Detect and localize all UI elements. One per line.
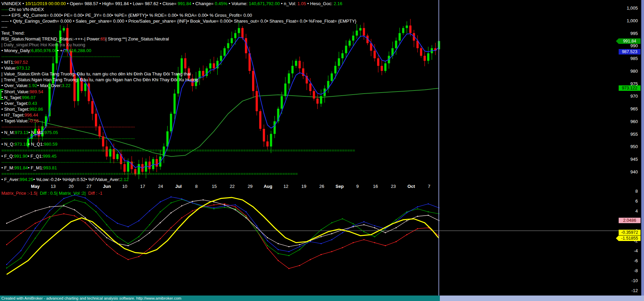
date-axis-label: Sep (332, 184, 347, 189)
tag-arrow-icon (616, 236, 619, 241)
overlay-line: ----- • Qtrly_Earings_Growth= 0.000 • Sa… (1, 19, 356, 24)
left-edge-marker (0, 89, 4, 100)
overlay-line: ----------------------------------------… (1, 124, 135, 129)
vertical-scrollbar[interactable] (641, 0, 644, 296)
overlay-line: | Value_Status:Đinh Gia Tang Truong. Đâu… (1, 71, 191, 76)
overlay-line: -----Chi so VN-INDEX (1, 7, 44, 12)
overlay-line: • N_Taget:996.07 (1, 95, 36, 100)
price-axis-label: 990 (617, 43, 638, 48)
date-axis-label: Aug (260, 184, 275, 189)
date-axis-label: 17 (135, 184, 150, 189)
indicator-axis-label: -10 (617, 278, 638, 283)
overlay-line: ---- (1, 24, 7, 29)
overlay-line: • H7_Taget:996.44 (1, 112, 38, 118)
price-axis-label: 1,005 (617, 5, 638, 11)
price-axis-label: 970 (617, 94, 638, 99)
overlay-line: • Short_Value:989.54 (1, 89, 43, 94)
overlay-line: Test_Trend: (1, 31, 25, 36)
overlay-line: • N_Q:973.18• N_Q1:980.59 (1, 142, 58, 147)
overlay-line: • Taget-Value:-0.55 (1, 118, 39, 123)
price-axis-label: 980 (617, 69, 638, 74)
date-axis-label: 7 (422, 184, 437, 189)
amibroker-chart-window: VNINDEX • 10/11/2019 00:00:00 • Open= 98… (0, 0, 644, 301)
overlay-line: ----------------------------------------… (1, 159, 135, 165)
price-axis-label: 1,000 (617, 18, 638, 23)
date-axis-label: 22 (225, 184, 240, 189)
date-axis-label: 12 (278, 184, 294, 189)
overlay-line: • Short_Taget:992.86 (1, 107, 43, 112)
overlay-line: • F_Q:991.90• F_Q1:999.45 (1, 154, 57, 159)
overlay-line: • F_Aver:994.25• %Low:-0.24• %High:0.52•… (1, 177, 129, 182)
date-axis-label: 9 (350, 184, 365, 189)
overlay-line: ========================================… (1, 171, 298, 176)
axis-tag: 2.0486 (619, 218, 641, 223)
date-axis-label: 10 (117, 184, 132, 189)
date-axis-label: 26 (314, 184, 329, 189)
axis-tag: 987.523 (619, 49, 641, 55)
date-axis-label: 15 (207, 184, 222, 189)
overlay-line: -----• EPS_4Q_Current= 0.000• PE= 0.00• … (1, 13, 252, 18)
date-axis-label: May (28, 184, 43, 189)
axis-tag: 973.122 (619, 85, 641, 91)
crosshair-cursor-line (438, 0, 439, 296)
overlay-line: ----------------------------------------… (1, 54, 120, 59)
date-axis-label: Jul (171, 184, 186, 189)
axis-arrow-tag: -1.51855 (619, 236, 641, 241)
indicator-axis-label: -12 (617, 288, 638, 293)
date-axis-label: 23 (386, 184, 401, 189)
overlay-line: VNINDEX • 10/11/2019 00:00:00 • Open= 98… (1, 1, 342, 6)
indicator-axis-label: 8 (617, 189, 638, 194)
price-axis-label: 940 (617, 169, 638, 174)
overlay-line: • Over_Taget:0.43 (1, 101, 37, 106)
overlay-line: • Money_Daily:6,850,976.00• +-:6,616,288… (1, 48, 91, 53)
price-axis-label: 945 (617, 157, 638, 162)
status-bar-text: Created with AmiBroker - advanced charti… (1, 296, 181, 300)
price-axis-label: 955 (617, 132, 638, 137)
date-axis-label: 20 (64, 184, 79, 189)
date-axis-label: 16 (368, 184, 383, 189)
price-axis-label: 985 (617, 56, 638, 61)
price-axis-label: 960 (617, 119, 638, 124)
overlay-line: Matrix_Price :-1.5| Diff : 0.5| Matrix_V… (1, 191, 102, 196)
overlay-line: ----------------------------------------… (1, 136, 135, 141)
price-axis-label: 965 (617, 106, 638, 111)
indicator-axis-label: -6 (617, 258, 638, 263)
date-axis-label: 27 (82, 184, 97, 189)
overlay-line: | Trend_Status:Ngan Han Tang Truong. Đâu… (1, 77, 198, 82)
price-axis-label: 950 (617, 144, 638, 149)
overlay-line: • N_M:973.13• N_M1:975.05 (1, 130, 58, 135)
date-axis-label: 24 (153, 184, 168, 189)
indicator-axis-label: -4 (617, 248, 638, 253)
indicator-axis-label: 4 (617, 208, 638, 214)
overlay-line: | Daily_singal:Phuc Hoi Kiem tra Xu huon… (1, 42, 85, 47)
overlay-line: • Over_Value:1.92• Max_Over:3.22 (1, 83, 71, 88)
indicator-axis-label: -8 (617, 268, 638, 273)
axis-arrow-tag: 991.84 (619, 38, 641, 44)
overlay-line: • MT1:987.52 (1, 60, 28, 65)
date-axis-label: Jun (99, 184, 114, 189)
tag-arrow-icon (616, 38, 619, 44)
overlay-line: RSI_Status:Normal| TREND_Status:-+++-| P… (1, 36, 169, 41)
price-axis-label: 995 (617, 31, 638, 36)
status-bar: Created with AmiBroker - advanced charti… (0, 296, 441, 301)
date-axis-label: 19 (296, 184, 311, 189)
overlay-line: ========================================… (1, 148, 355, 153)
date-axis-label: 13 (46, 184, 61, 189)
date-axis-label: 8 (189, 184, 204, 189)
date-axis-label: 29 (243, 184, 258, 189)
date-axis-label: Oct (404, 184, 419, 189)
overlay-line: • Value:973.12 (1, 65, 30, 71)
horizontal-scrollbar[interactable] (440, 296, 644, 301)
overlay-line: • F_M:991.84• F_M1:993.81 (1, 165, 57, 170)
axis-tag: -0.35972 (619, 230, 641, 235)
indicator-axis-label: 6 (617, 198, 638, 204)
